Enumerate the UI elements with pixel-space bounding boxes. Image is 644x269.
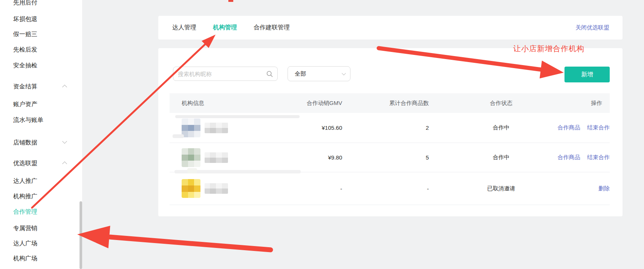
sidebar-item-label: 坏损包退 [13, 16, 37, 22]
gmv-value: ¥105.60 [279, 125, 347, 131]
sidebar-item-cooperation-mgmt[interactable]: 合作管理 [13, 208, 37, 216]
sidebar-item-label: 合作管理 [13, 208, 37, 215]
blur-smear [175, 115, 300, 118]
col-header-actions: 操作 [546, 100, 610, 107]
table-header-row: 机构信息 合作动销GMV 累计合作商品数 合作状态 操作 [170, 93, 610, 113]
cooperation-products-link[interactable]: 合作商品 [558, 154, 580, 160]
col-header-products: 累计合作商品数 [347, 100, 433, 107]
sidebar-item-label: 假一赔三 [13, 31, 37, 37]
products-count: - [347, 185, 433, 192]
sidebar-item-fake-compensate[interactable]: 假一赔三 [13, 30, 37, 38]
sidebar-item-label: 达人推广 [13, 178, 37, 184]
delete-link[interactable]: 删除 [598, 185, 610, 191]
sidebar-group-label: 优选联盟 [13, 160, 37, 166]
products-count: 5 [347, 154, 433, 161]
chevron-up-icon [62, 85, 67, 90]
col-header-gmv: 合作动销GMV [279, 100, 347, 107]
sidebar-scrollbar[interactable] [80, 201, 82, 269]
sidebar: 先用后付 坏损包退 假一赔三 先检后发 安全抽检 资金结算 账户资产 流水与账单… [0, 0, 82, 269]
blurred-avatar [182, 148, 200, 167]
annotation-text: 让小店新增合作机构 [513, 44, 584, 54]
blurred-avatar [182, 119, 200, 137]
sidebar-item-label: 机构广场 [13, 255, 37, 261]
sidebar-item-label: 安全抽检 [13, 62, 37, 68]
tab-agency-mgmt[interactable]: 机构管理 [213, 24, 237, 32]
table-row: ¥9.80 5 合作中 合作商品 结束合作 [170, 143, 610, 172]
tab-talent-mgmt[interactable]: 达人管理 [172, 24, 196, 32]
blurred-org-name [205, 123, 228, 133]
chevron-down-icon [342, 71, 346, 75]
sidebar-item-flow-bills[interactable]: 流水与账单 [13, 116, 43, 124]
sidebar-item-label: 专属营销 [13, 225, 37, 231]
sidebar-item-talent-promo[interactable]: 达人推广 [13, 177, 37, 185]
sidebar-group-shop-data[interactable]: 店铺数据 [13, 138, 82, 147]
red-crop-artifact [228, 0, 233, 2]
sidebar-group-label: 店铺数据 [13, 139, 37, 146]
tab-cooperation-link[interactable]: 合作建联管理 [254, 24, 290, 32]
blur-smear [173, 134, 184, 138]
table-row: - - 已取消邀请 删除 [170, 172, 610, 205]
sidebar-item-label: 达人广场 [13, 240, 37, 246]
status-text: 已取消邀请 [433, 185, 546, 192]
sidebar-item-label: 机构推广 [13, 193, 37, 199]
arrowhead-icon [77, 226, 110, 248]
add-button[interactable]: 新增 [564, 67, 610, 82]
sidebar-item-safety-check[interactable]: 安全抽检 [13, 61, 37, 70]
sidebar-item-label: 账户资产 [13, 101, 37, 107]
sidebar-item-damage-refund[interactable]: 坏损包退 [13, 15, 37, 23]
col-header-status: 合作状态 [433, 100, 546, 107]
sidebar-item-pay-later[interactable]: 先用后付 [13, 0, 37, 7]
sidebar-item-label: 先检后发 [13, 46, 37, 53]
chevron-up-icon [62, 161, 67, 166]
chevron-down-icon [62, 139, 67, 144]
agency-table: 机构信息 合作动销GMV 累计合作商品数 合作状态 操作 ¥105.60 2 合… [170, 93, 610, 205]
sidebar-group-alliance[interactable]: 优选联盟 [13, 159, 82, 167]
tabs-card: 达人管理 机构管理 合作建联管理 关闭优选联盟 [158, 16, 623, 40]
tab-bar: 达人管理 机构管理 合作建联管理 [158, 24, 290, 32]
blurred-org-name [205, 152, 228, 163]
sidebar-item-agency-promo[interactable]: 机构推广 [13, 192, 37, 201]
sidebar-item-agency-square[interactable]: 机构广场 [13, 254, 37, 263]
blurred-org-name [205, 183, 228, 194]
sidebar-item-exclusive-marketing[interactable]: 专属营销 [13, 224, 37, 233]
arrow-to-sidebar [110, 237, 271, 250]
col-header-org: 机构信息 [170, 100, 279, 107]
status-text: 合作中 [433, 154, 546, 161]
search-input[interactable] [178, 71, 266, 77]
sidebar-item-label: 流水与账单 [13, 117, 43, 123]
end-cooperation-link[interactable]: 结束合作 [587, 154, 610, 160]
magnifier-icon[interactable] [266, 71, 273, 77]
sidebar-item-inspect-first[interactable]: 先检后发 [13, 46, 37, 54]
blurred-avatar [182, 179, 200, 198]
gmv-value: - [279, 185, 347, 192]
status-text: 合作中 [433, 124, 546, 131]
end-cooperation-link[interactable]: 结束合作 [587, 124, 610, 131]
status-filter-select[interactable]: 全部 [288, 66, 350, 81]
gmv-value: ¥9.80 [279, 154, 347, 161]
products-count: 2 [347, 125, 433, 131]
sidebar-item-talent-square[interactable]: 达人广场 [13, 239, 37, 248]
sidebar-item-account-assets[interactable]: 账户资产 [13, 100, 37, 108]
status-filter-value: 全部 [295, 70, 306, 78]
toolbar: 全部 新增 [158, 66, 623, 82]
search-box[interactable] [173, 67, 278, 81]
sidebar-group-label: 资金结算 [13, 83, 37, 90]
sidebar-group-funds[interactable]: 资金结算 [13, 82, 82, 91]
blur-smear [187, 168, 197, 173]
sidebar-item-label: 先用后付 [13, 0, 37, 6]
cooperation-products-link[interactable]: 合作商品 [558, 124, 580, 131]
main-card: 全部 新增 机构信息 合作动销GMV 累计合作商品数 合作状态 操作 ¥105.… [158, 48, 623, 216]
close-alliance-link[interactable]: 关闭优选联盟 [575, 24, 623, 31]
